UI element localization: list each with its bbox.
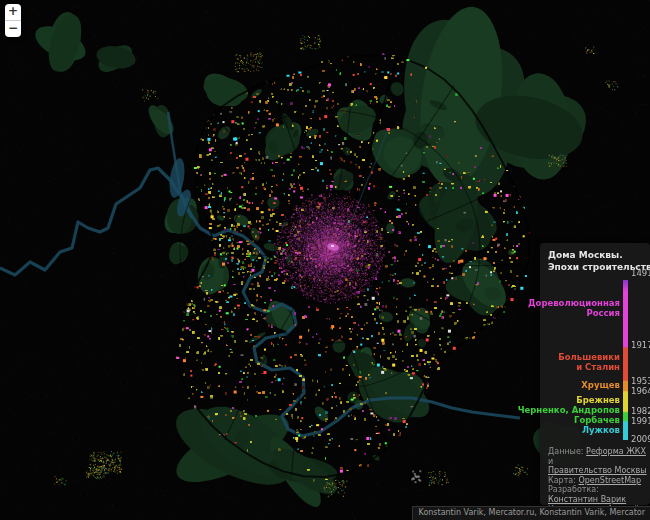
zoom-in-button[interactable]: + xyxy=(5,4,21,21)
map-attribution-bar: Konstantin Varik, Mercator.ru, Konstanti… xyxy=(412,506,650,520)
year-tick: 1953 xyxy=(631,376,650,386)
era-label-luzhkov: Лужков xyxy=(582,426,620,436)
year-tick: 1982 xyxy=(631,406,650,416)
era-label-khrushchev: Хрущев xyxy=(581,381,620,391)
data-source-link-reforma[interactable]: Реформа ЖКХ xyxy=(586,447,646,456)
year-tick: 1491 xyxy=(631,268,650,278)
era-color-gradient-bar xyxy=(623,280,628,440)
credits-data-line: Данные: Реформа ЖКХ и xyxy=(548,447,648,466)
map-viewport: + − Дома Москвы. Эпохи строительства [?]… xyxy=(0,0,650,520)
data-source-link-government[interactable]: Правительство Москвы xyxy=(548,466,647,475)
year-tick: 1917 xyxy=(631,340,650,350)
legend-panel: Дома Москвы. Эпохи строительства [?] [=]… xyxy=(540,243,650,505)
year-tick: 1991 xyxy=(631,416,650,426)
era-label-chernenko-andropov-gorbachev: Черненко, АндроповГорбачев xyxy=(518,406,620,425)
attribution-text: Konstantin Varik, Mercator.ru, Konstanti… xyxy=(419,508,645,517)
era-label-bolsheviks-stalin: Большевикии Сталин xyxy=(558,353,620,372)
era-label-prerevolutionary: ДореволюционнаяРоссия xyxy=(528,299,620,318)
zoom-control: + − xyxy=(5,4,21,37)
year-tick: 2009 xyxy=(631,434,650,444)
year-tick: 1964 xyxy=(631,386,650,396)
legend-title-line1: Дома Москвы. xyxy=(548,249,650,261)
credits-map-line: Карта: OpenStreetMap xyxy=(548,476,648,486)
zoom-out-button[interactable]: − xyxy=(5,21,21,37)
osm-link[interactable]: OpenStreetMap xyxy=(578,476,641,485)
credits-data-line2: Правительство Москвы xyxy=(548,466,648,476)
developer-link[interactable]: Константин Варик xyxy=(548,495,626,504)
credits-developer-line: Разработка: Константин Варик xyxy=(548,485,648,504)
